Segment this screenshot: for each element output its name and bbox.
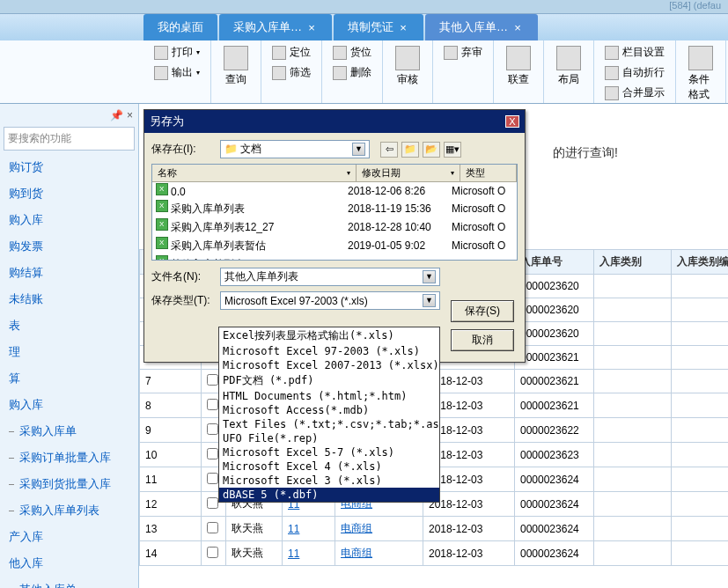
row-checkbox[interactable] [207, 522, 218, 533]
sidebar-item[interactable]: 其他入库单 [0, 577, 138, 588]
dropdown-item[interactable]: dBASE 5 (*.dbf) [219, 488, 439, 502]
sidebar-item[interactable]: 表 [0, 312, 138, 339]
locate-button[interactable]: 定位 [268, 42, 314, 62]
ribbon: 打印 ▾ 输出 ▾ 查询 定位 筛选 货位 删除 审核 弃审 联查 布局 栏目设… [0, 40, 728, 104]
abandon-button[interactable]: 弃审 [440, 42, 486, 62]
filter-button[interactable]: 筛选 [268, 62, 314, 83]
dropdown-item[interactable]: Microsoft Excel 97-2003 (*.xls) [219, 344, 439, 358]
sidebar-item[interactable]: 购到货 [0, 180, 138, 207]
sidebar-item[interactable]: 购发票 [0, 233, 138, 260]
delete-icon [333, 66, 347, 80]
file-row[interactable]: 其他入库单列表22019-01-05 9:29Microsoft O [152, 254, 517, 261]
excel-icon [156, 255, 168, 261]
chevron-down-icon[interactable]: ▼ [352, 143, 365, 156]
close-icon[interactable]: × [305, 21, 318, 33]
inventory-button[interactable]: 货位 [329, 42, 375, 62]
back-icon[interactable]: ⇦ [380, 142, 398, 158]
chevron-down-icon[interactable]: ▼ [423, 294, 436, 307]
col-name[interactable]: 名称▾ [152, 165, 357, 181]
dialog-titlebar[interactable]: 另存为 X [144, 110, 525, 133]
savetype-label: 保存类型(T): [151, 293, 215, 308]
merge-show-button[interactable]: 合并显示 [601, 83, 668, 103]
dropdown-item[interactable]: Text Files (*.txt;*.csv;*.tab;*.asc) [219, 417, 439, 431]
dropdown-item[interactable]: PDF文档 (*.pdf) [219, 372, 439, 389]
sidebar-item[interactable]: 算 [0, 365, 138, 392]
table-row[interactable]: 13耿天燕11电商组2018-12-030000023624 [140, 517, 729, 541]
excel-icon [156, 218, 168, 231]
close-icon[interactable]: × [511, 21, 524, 33]
file-list[interactable]: 名称▾ 修改日期▾ 类型 0.02018-12-06 8:26Microsoft… [151, 164, 518, 261]
sidebar-item[interactable]: 购入库 [0, 392, 138, 418]
sidebar-item[interactable]: 理 [0, 339, 138, 365]
dropdown-item[interactable]: HTML Documents (*.html;*.htm) [219, 389, 439, 403]
row-checkbox[interactable] [207, 448, 218, 459]
delete-button[interactable]: 删除 [329, 62, 375, 83]
col-doc-no[interactable]: 入库单号 [515, 250, 594, 275]
close-icon[interactable]: X [505, 115, 519, 128]
cond-format-button[interactable]: 条件格式 [683, 42, 718, 106]
col-type-code[interactable]: 入库类别编码 [672, 250, 729, 275]
col-date[interactable]: 修改日期▾ [357, 165, 460, 181]
sidebar-item[interactable]: 未结账 [0, 286, 138, 312]
row-checkbox[interactable] [207, 374, 218, 386]
view-menu-icon[interactable]: ▦▾ [444, 142, 461, 158]
dropdown-item[interactable]: Microsoft Excel 5-7 (*.xls) [219, 445, 439, 459]
filename-label: 文件名(N): [151, 269, 215, 284]
row-checkbox[interactable] [207, 399, 218, 410]
tab-voucher[interactable]: 填制凭证× [334, 14, 423, 40]
dropdown-item[interactable]: Microsoft Excel 3 (*.xls) [219, 474, 439, 488]
col-type[interactable]: 类型 [460, 165, 517, 181]
savetype-select[interactable]: Microsoft Excel 97-2003 (*.xls) ▼ [220, 291, 440, 310]
table-row[interactable]: 14耿天燕11电商组2018-12-030000023624 [140, 541, 729, 566]
row-checkbox[interactable] [207, 497, 218, 509]
layout-button[interactable]: 布局 [551, 42, 586, 91]
dropdown-item[interactable]: Microsoft Access(*.mdb) [219, 403, 439, 417]
row-checkbox[interactable] [207, 473, 218, 484]
dropdown-item[interactable]: Excel按列表显示格式输出(*.xls) [219, 327, 439, 344]
tab-desktop[interactable]: 我的桌面 [143, 14, 217, 40]
sidebar-item[interactable]: 购结算 [0, 260, 138, 286]
cancel-button[interactable]: 取消 [451, 329, 514, 351]
up-folder-icon[interactable]: 📁 [401, 142, 419, 158]
funnel-icon [272, 66, 286, 80]
sidebar-item[interactable]: 购订货 [0, 154, 138, 180]
chevron-down-icon[interactable]: ▼ [423, 270, 436, 283]
print-button[interactable]: 打印 ▾ [151, 42, 203, 62]
sidebar-item[interactable]: 产入库 [0, 524, 138, 550]
pin-icon[interactable]: 📌 [110, 109, 123, 121]
auto-wrap-button[interactable]: 自动折行 [601, 62, 668, 83]
query-button[interactable]: 查询 [218, 42, 254, 91]
dropdown-item[interactable]: UFO File(*.rep) [219, 431, 439, 445]
column-settings-button[interactable]: 栏目设置 [601, 42, 668, 62]
filename-input[interactable]: 其他入库单列表 ▼ [220, 268, 440, 286]
tab-purchase-in[interactable]: 采购入库单…× [219, 14, 332, 40]
tab-other-in[interactable]: 其他入库单…× [425, 14, 538, 40]
excel-icon [156, 237, 168, 249]
audit-button[interactable]: 审核 [390, 42, 425, 91]
file-row[interactable]: 采购入库单列表2018-11-19 15:36Microsoft O [152, 199, 517, 217]
file-row[interactable]: 采购入库单列表12_272018-12-28 10:40Microsoft O [152, 217, 517, 236]
dropdown-item[interactable]: Microsoft Excel 4 (*.xls) [219, 459, 439, 474]
file-row[interactable]: 采购入库单列表暂估2019-01-05 9:02Microsoft O [152, 236, 517, 254]
sidebar-item[interactable]: 采购入库单 [0, 418, 138, 445]
col-type[interactable]: 入库类别 [594, 250, 672, 275]
relate-button[interactable]: 联查 [501, 42, 536, 91]
output-button[interactable]: 输出 ▾ [151, 62, 203, 83]
row-checkbox[interactable] [207, 547, 218, 558]
sidebar-item[interactable]: 采购到货批量入库 [0, 471, 138, 497]
excel-icon [156, 200, 168, 212]
close-icon[interactable]: × [127, 109, 133, 121]
sidebar-item[interactable]: 购入库 [0, 207, 138, 233]
close-icon[interactable]: × [397, 21, 409, 33]
save-button[interactable]: 保存(S) [451, 300, 514, 322]
sidebar-item[interactable]: 采购订单批量入库 [0, 445, 138, 471]
row-checkbox[interactable] [207, 423, 218, 435]
file-row[interactable]: 0.02018-12-06 8:26Microsoft O [152, 182, 517, 199]
save-in-select[interactable]: 📁 文档 ▼ [220, 140, 370, 158]
sidebar-item[interactable]: 采购入库单列表 [0, 497, 138, 524]
search-input[interactable]: 要搜索的功能 [4, 127, 135, 151]
new-folder-icon[interactable]: 📂 [423, 142, 440, 158]
sidebar-item[interactable]: 他入库 [0, 550, 138, 577]
dropdown-item[interactable]: Microsoft Excel 2007-2013 (*.xlsx) [219, 358, 439, 372]
savetype-dropdown[interactable]: Excel按列表显示格式输出(*.xls)Microsoft Excel 97-… [218, 327, 440, 503]
